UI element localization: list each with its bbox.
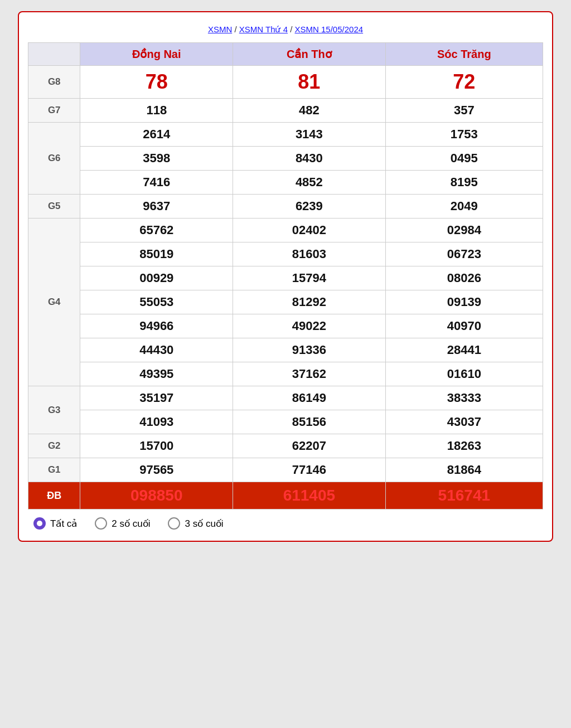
val-soc-trang: 1753: [385, 123, 543, 147]
row-label-g5: G5: [28, 195, 80, 219]
g8-soc-trang: 72: [385, 66, 543, 99]
radio-3-so-cuoi[interactable]: [168, 517, 180, 530]
val-soc-trang: 8195: [385, 171, 543, 195]
radio-tat-ca[interactable]: [33, 517, 46, 530]
table-row: 49395 37162 01610: [28, 362, 543, 386]
table-row: 3598 8430 0495: [28, 147, 543, 171]
g8-dong-nai: 78: [80, 66, 233, 99]
table-row: 00929 15794 08026: [28, 266, 543, 290]
val-soc-trang: 01610: [385, 362, 543, 386]
val-dong-nai: 7416: [80, 171, 233, 195]
val-dong-nai: 94966: [80, 314, 233, 338]
filter-tat-ca-label: Tất cả: [50, 518, 77, 530]
table-row: G1 97565 77146 81864: [28, 458, 543, 482]
breadcrumb-xsmn[interactable]: XSMN: [208, 25, 232, 34]
val-soc-trang: 02984: [385, 219, 543, 242]
db-dong-nai: 098850: [80, 482, 233, 509]
val-soc-trang: 2049: [385, 195, 543, 219]
filter-2-so-cuoi-label: 2 số cuối: [112, 518, 150, 530]
val-can-tho: 6239: [233, 195, 386, 219]
val-dong-nai: 2614: [80, 123, 233, 147]
breadcrumb-date[interactable]: XSMN 15/05/2024: [295, 25, 364, 34]
row-label-g8: G8: [28, 66, 80, 99]
val-soc-trang: 40970: [385, 314, 543, 338]
table-row: G6 2614 3143 1753: [28, 123, 543, 147]
col-header-can-tho: Cần Thơ: [233, 43, 386, 66]
filter-3-so-cuoi[interactable]: 3 số cuối: [168, 517, 223, 530]
val-dong-nai: 97565: [80, 458, 233, 482]
val-can-tho: 81292: [233, 290, 386, 314]
val-dong-nai: 15700: [80, 434, 233, 458]
val-can-tho: 8430: [233, 147, 386, 171]
val-soc-trang: 357: [385, 99, 543, 123]
filter-tat-ca[interactable]: Tất cả: [33, 517, 77, 530]
val-can-tho: 91336: [233, 338, 386, 362]
val-dong-nai: 9637: [80, 195, 233, 219]
val-soc-trang: 43037: [385, 410, 543, 434]
table-row: 41093 85156 43037: [28, 410, 543, 434]
val-dong-nai: 44430: [80, 338, 233, 362]
table-row: 44430 91336 28441: [28, 338, 543, 362]
val-can-tho: 37162: [233, 362, 386, 386]
footer-filters: Tất cả 2 số cuối 3 số cuối: [28, 509, 543, 532]
row-label-g7: G7: [28, 99, 80, 123]
val-can-tho: 49022: [233, 314, 386, 338]
val-soc-trang: 06723: [385, 242, 543, 266]
val-can-tho: 4852: [233, 171, 386, 195]
row-label-g3: G3: [28, 386, 80, 434]
table-row: 7416 4852 8195: [28, 171, 543, 195]
val-can-tho: 15794: [233, 266, 386, 290]
val-soc-trang: 0495: [385, 147, 543, 171]
db-soc-trang: 516741: [385, 482, 543, 509]
val-dong-nai: 55053: [80, 290, 233, 314]
table-row: G4 65762 02402 02984: [28, 219, 543, 242]
val-dong-nai: 3598: [80, 147, 233, 171]
val-dong-nai: 00929: [80, 266, 233, 290]
val-can-tho: 62207: [233, 434, 386, 458]
val-soc-trang: 09139: [385, 290, 543, 314]
results-table: Đồng Nai Cần Thơ Sóc Trăng G8 78 81 72 G…: [28, 42, 543, 509]
val-can-tho: 81603: [233, 242, 386, 266]
val-soc-trang: 38333: [385, 386, 543, 410]
val-dong-nai: 35197: [80, 386, 233, 410]
row-label-g1: G1: [28, 458, 80, 482]
table-row: G3 35197 86149 38333: [28, 386, 543, 410]
row-label-g4: G4: [28, 219, 80, 386]
breadcrumb-thu4[interactable]: XSMN Thứ 4: [239, 25, 288, 34]
main-container: XSMN / XSMN Thứ 4 / XSMN 15/05/2024 Đồng…: [18, 11, 553, 542]
table-row-db: ĐB 098850 611405 516741: [28, 482, 543, 509]
db-can-tho: 611405: [233, 482, 386, 509]
radio-2-so-cuoi[interactable]: [95, 517, 107, 530]
val-dong-nai: 85019: [80, 242, 233, 266]
val-dong-nai: 118: [80, 99, 233, 123]
row-label-db: ĐB: [28, 482, 80, 509]
table-row: 55053 81292 09139: [28, 290, 543, 314]
table-row: 94966 49022 40970: [28, 314, 543, 338]
val-dong-nai: 41093: [80, 410, 233, 434]
table-row: G7 118 482 357: [28, 99, 543, 123]
val-can-tho: 482: [233, 99, 386, 123]
val-can-tho: 86149: [233, 386, 386, 410]
breadcrumb: XSMN / XSMN Thứ 4 / XSMN 15/05/2024: [28, 25, 543, 35]
col-header-soc-trang: Sóc Trăng: [385, 43, 543, 66]
table-row: G8 78 81 72: [28, 66, 543, 99]
val-soc-trang: 18263: [385, 434, 543, 458]
col-header-label: [28, 43, 80, 66]
filter-3-so-cuoi-label: 3 số cuối: [185, 518, 223, 530]
val-soc-trang: 28441: [385, 338, 543, 362]
val-can-tho: 02402: [233, 219, 386, 242]
filter-2-so-cuoi[interactable]: 2 số cuối: [95, 517, 150, 530]
row-label-g6: G6: [28, 123, 80, 195]
table-row: G5 9637 6239 2049: [28, 195, 543, 219]
val-can-tho: 85156: [233, 410, 386, 434]
val-soc-trang: 81864: [385, 458, 543, 482]
val-can-tho: 3143: [233, 123, 386, 147]
row-label-g2: G2: [28, 434, 80, 458]
table-row: G2 15700 62207 18263: [28, 434, 543, 458]
table-row: 85019 81603 06723: [28, 242, 543, 266]
val-soc-trang: 08026: [385, 266, 543, 290]
col-header-dong-nai: Đồng Nai: [80, 43, 233, 66]
val-dong-nai: 49395: [80, 362, 233, 386]
val-dong-nai: 65762: [80, 219, 233, 242]
g8-can-tho: 81: [233, 66, 386, 99]
